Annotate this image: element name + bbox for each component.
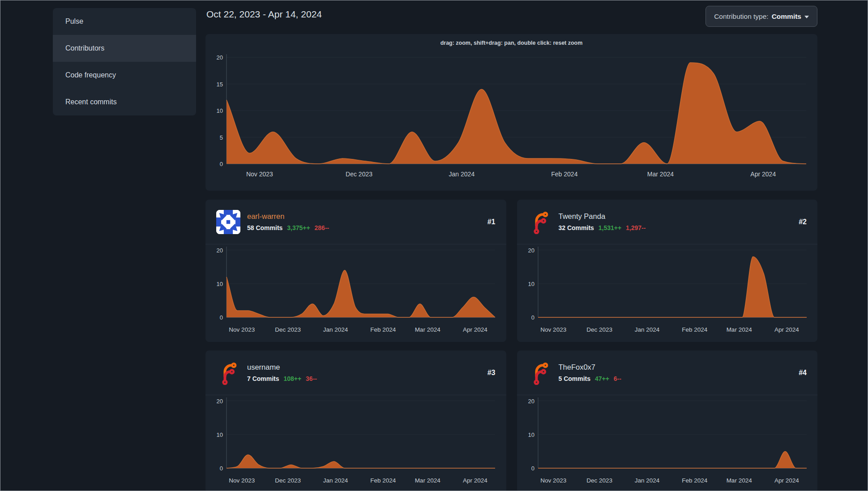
- rank-badge: #4: [799, 369, 807, 377]
- svg-text:10: 10: [528, 431, 534, 438]
- contributor-name: Twenty Panda: [559, 211, 646, 222]
- svg-text:15: 15: [217, 81, 223, 88]
- svg-text:Feb 2024: Feb 2024: [370, 326, 396, 333]
- activity-nav: Pulse Contributors Code frequency Recent…: [53, 8, 196, 115]
- svg-text:0: 0: [531, 314, 534, 321]
- contribution-type-dropdown[interactable]: Contribution type: Commits: [706, 6, 817, 27]
- contributor-identity: Twenty Panda 32 Commits 1,531++ 1,297--: [559, 211, 646, 232]
- svg-text:Apr 2024: Apr 2024: [774, 326, 799, 333]
- deletions-count: 6--: [614, 375, 621, 382]
- svg-text:Feb 2024: Feb 2024: [551, 171, 577, 178]
- contributor-identity: TheFox0x7 5 Commits 47++ 6--: [559, 362, 621, 383]
- additions-count: 3,375++: [287, 224, 310, 231]
- svg-text:Nov 2023: Nov 2023: [229, 326, 255, 333]
- contributor-activity-chart[interactable]: 01020Nov 2023Dec 2023Jan 2024Feb 2024Mar…: [517, 395, 817, 491]
- date-range-title: Oct 22, 2023 - Apr 14, 2024: [206, 9, 322, 20]
- svg-text:Dec 2023: Dec 2023: [275, 477, 301, 484]
- identicon-avatar-image: [216, 210, 240, 234]
- svg-text:Jan 2024: Jan 2024: [449, 171, 475, 178]
- contributor-stats: 32 Commits 1,531++ 1,297--: [559, 223, 646, 232]
- chart-zoom-hint: drag: zoom, shift+drag: pan, double clic…: [205, 40, 817, 46]
- chevron-down-icon: [804, 16, 809, 18]
- contributor-identity: username 7 Commits 108++ 36--: [247, 362, 317, 383]
- svg-text:10: 10: [217, 107, 223, 114]
- commit-count: 7 Commits: [247, 375, 279, 382]
- svg-text:20: 20: [217, 247, 223, 254]
- contributor-card-3: username 7 Commits 108++ 36-- #3 01020No…: [205, 350, 506, 491]
- contributions-chart-card: drag: zoom, shift+drag: pan, double clic…: [205, 34, 817, 191]
- svg-text:Mar 2024: Mar 2024: [726, 326, 752, 333]
- avatar[interactable]: [216, 210, 240, 234]
- svg-text:20: 20: [528, 247, 534, 254]
- forgejo-logo-icon: [528, 361, 552, 385]
- svg-text:10: 10: [217, 281, 223, 287]
- contributor-stats: 5 Commits 47++ 6--: [559, 374, 621, 383]
- svg-text:Apr 2024: Apr 2024: [750, 171, 776, 178]
- svg-text:Apr 2024: Apr 2024: [774, 477, 799, 484]
- rank-badge: #3: [487, 369, 496, 377]
- svg-text:Mar 2024: Mar 2024: [726, 477, 752, 484]
- svg-text:0: 0: [220, 465, 223, 472]
- contributor-name-link[interactable]: earl-warren: [247, 211, 329, 222]
- topbar: Oct 22, 2023 - Apr 14, 2024 Contribution…: [205, 0, 817, 34]
- forgejo-logo-icon: [528, 210, 552, 234]
- sidebar-item-code-frequency[interactable]: Code frequency: [53, 62, 196, 89]
- contributor-activity-chart[interactable]: 01020Nov 2023Dec 2023Jan 2024Feb 2024Mar…: [517, 244, 817, 342]
- sidebar-item-recent-commits[interactable]: Recent commits: [53, 89, 196, 115]
- rank-badge: #1: [487, 218, 496, 226]
- contributor-activity-chart[interactable]: 01020Nov 2023Dec 2023Jan 2024Feb 2024Mar…: [205, 395, 506, 491]
- svg-text:Dec 2023: Dec 2023: [275, 326, 301, 333]
- svg-text:Jan 2024: Jan 2024: [323, 326, 348, 333]
- contributor-card-4: TheFox0x7 5 Commits 47++ 6-- #4 01020Nov…: [517, 350, 818, 491]
- commit-count: 58 Commits: [247, 224, 282, 231]
- svg-text:Nov 2023: Nov 2023: [540, 477, 566, 484]
- contributor-card-header: username 7 Commits 108++ 36-- #3: [205, 350, 506, 395]
- svg-text:Mar 2024: Mar 2024: [415, 477, 441, 484]
- svg-text:Nov 2023: Nov 2023: [229, 477, 255, 484]
- additions-count: 108++: [283, 375, 301, 382]
- deletions-count: 286--: [315, 224, 329, 231]
- svg-text:10: 10: [217, 431, 223, 438]
- svg-text:Dec 2023: Dec 2023: [586, 477, 612, 484]
- svg-text:Nov 2023: Nov 2023: [246, 171, 273, 178]
- contributor-card-header: earl-warren 58 Commits 3,375++ 286-- #1: [205, 200, 506, 244]
- svg-text:0: 0: [220, 314, 223, 321]
- svg-text:20: 20: [528, 398, 534, 405]
- page: Pulse Contributors Code frequency Recent…: [0, 0, 868, 491]
- svg-text:Apr 2024: Apr 2024: [463, 477, 487, 484]
- svg-text:5: 5: [220, 134, 223, 141]
- deletions-count: 36--: [306, 375, 317, 382]
- contributor-cards-grid: earl-warren 58 Commits 3,375++ 286-- #1 …: [205, 200, 817, 491]
- svg-text:20: 20: [217, 54, 223, 61]
- commit-count: 5 Commits: [559, 375, 591, 382]
- svg-text:10: 10: [528, 281, 534, 287]
- avatar[interactable]: [528, 210, 552, 234]
- svg-text:Feb 2024: Feb 2024: [682, 477, 708, 484]
- svg-text:Dec 2023: Dec 2023: [346, 171, 372, 178]
- contribution-type-label: Contribution type:: [714, 13, 769, 21]
- avatar[interactable]: [528, 361, 552, 385]
- additions-count: 47++: [595, 375, 609, 382]
- svg-text:Jan 2024: Jan 2024: [634, 326, 659, 333]
- contributor-name: username: [247, 362, 317, 373]
- sidebar-item-pulse[interactable]: Pulse: [53, 8, 196, 35]
- commit-count: 32 Commits: [559, 224, 594, 231]
- contributions-overview-chart[interactable]: 05101520Nov 2023Dec 2023Jan 2024Feb 2024…: [205, 34, 817, 191]
- svg-text:Mar 2024: Mar 2024: [647, 171, 674, 178]
- contributor-name: TheFox0x7: [559, 362, 621, 373]
- contributor-card-header: Twenty Panda 32 Commits 1,531++ 1,297-- …: [517, 200, 818, 244]
- svg-text:Jan 2024: Jan 2024: [634, 477, 659, 484]
- contributor-stats: 7 Commits 108++ 36--: [247, 374, 317, 383]
- contributor-card-1: earl-warren 58 Commits 3,375++ 286-- #1 …: [205, 200, 506, 342]
- svg-text:Jan 2024: Jan 2024: [323, 477, 348, 484]
- contribution-type-value: Commits: [772, 13, 801, 21]
- svg-text:Feb 2024: Feb 2024: [682, 326, 708, 333]
- avatar[interactable]: [216, 361, 240, 385]
- forgejo-logo-icon: [216, 361, 240, 385]
- contributor-card-2: Twenty Panda 32 Commits 1,531++ 1,297-- …: [517, 200, 818, 342]
- sidebar-item-contributors[interactable]: Contributors: [53, 35, 196, 62]
- contributor-activity-chart[interactable]: 01020Nov 2023Dec 2023Jan 2024Feb 2024Mar…: [205, 244, 506, 342]
- rank-badge: #2: [799, 218, 807, 226]
- svg-text:Dec 2023: Dec 2023: [586, 326, 612, 333]
- svg-text:Nov 2023: Nov 2023: [540, 326, 566, 333]
